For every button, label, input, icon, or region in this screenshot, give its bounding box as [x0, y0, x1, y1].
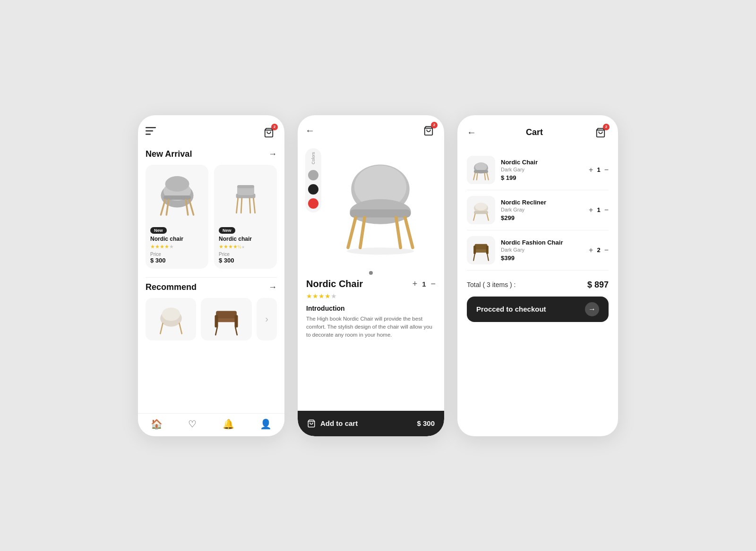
back-button[interactable]: ← [305, 125, 315, 136]
add-to-cart-button[interactable]: Add to cart $ 300 [298, 411, 444, 436]
cart-qty-increase-1[interactable]: + [589, 166, 593, 174]
nav-bell-icon[interactable]: 🔔 [223, 418, 234, 430]
svg-rect-0 [146, 127, 156, 128]
cart-icon-btn [307, 419, 316, 428]
svg-rect-2 [146, 134, 151, 135]
product-image-2 [219, 170, 272, 221]
svg-rect-50 [474, 211, 488, 214]
svg-rect-26 [235, 315, 238, 327]
svg-rect-1 [146, 130, 153, 132]
svg-rect-25 [215, 315, 218, 327]
checkout-label: Procced to checkout [476, 305, 546, 313]
cart-item-name-1: Nordic Chair [501, 159, 583, 166]
svg-rect-56 [486, 246, 489, 254]
recommend-title: Recommend [146, 282, 197, 292]
new-arrival-arrow[interactable]: → [268, 149, 277, 159]
svg-line-17 [241, 198, 242, 212]
cart-item-price-2: $299 [501, 214, 583, 221]
nav-heart-icon[interactable]: ♡ [188, 418, 197, 430]
svg-line-35 [405, 217, 412, 247]
recommend-card-1[interactable] [146, 298, 196, 340]
product-name-2: Nordic chair [219, 236, 272, 242]
detail-stars: ★★★★★ [306, 292, 436, 300]
cart-qty-value-2: 1 [597, 206, 600, 213]
home-navigation: 🏠 ♡ 🔔 👤 [138, 413, 284, 436]
product-card-2[interactable]: New Nordic chair ★★★★½★ Price $ 300 [214, 165, 277, 269]
cart-item-2: Nordic Recliner Dark Gray $299 + 1 − [467, 190, 609, 230]
recommend-card-2[interactable] [201, 298, 252, 340]
svg-line-9 [189, 200, 193, 215]
cart-qty-decrease-2[interactable]: − [604, 206, 609, 214]
product-price-2: $ 300 [219, 257, 272, 264]
cart-qty-control-2: + 1 − [589, 206, 609, 214]
cart-item-name-2: Nordic Recliner [501, 199, 583, 206]
cart-qty-decrease-3[interactable]: − [604, 246, 609, 254]
product-badge-1: New [150, 227, 167, 234]
cart-button[interactable]: 2 [261, 125, 277, 141]
qty-increase-button[interactable]: − [430, 279, 436, 289]
detail-image-area: Colors [305, 144, 437, 266]
color-selector[interactable]: Colors [305, 148, 321, 212]
detail-cart-button[interactable]: 2 [421, 123, 437, 139]
recommend-arrow[interactable]: → [268, 282, 277, 292]
product-stars-2: ★★★★½★ [219, 244, 272, 250]
product-stars-1: ★★★★★ [150, 244, 204, 250]
cart-qty-increase-2[interactable]: + [589, 206, 593, 214]
product-price-1: $ 300 [150, 257, 204, 264]
color-gray[interactable] [308, 170, 318, 180]
cart-qty-increase-3[interactable]: + [589, 246, 593, 254]
cart-item-info-2: Nordic Recliner Dark Gray $299 [501, 199, 583, 221]
svg-rect-43 [474, 170, 488, 173]
cart-item-img-2 [467, 196, 495, 224]
cart-item-img-3 [467, 236, 495, 264]
color-black[interactable] [308, 184, 318, 195]
svg-line-18 [249, 198, 250, 212]
detail-title-row: Nordic Chair + 1 − [306, 279, 436, 289]
product-price-label-1: Price [150, 252, 204, 257]
checkout-button[interactable]: Procced to checkout → [467, 297, 609, 322]
add-to-cart-price: $ 300 [417, 419, 435, 427]
cart-item-price-1: $ 199 [501, 174, 583, 181]
cart-item-img-1 [467, 156, 495, 184]
recommend-grid: › [146, 298, 277, 340]
svg-rect-55 [473, 246, 476, 254]
nav-profile-icon[interactable]: 👤 [260, 418, 272, 430]
cart-total-value: $ 897 [587, 280, 609, 290]
cart-qty-value-3: 2 [597, 246, 600, 254]
carousel-dot-active [369, 271, 373, 275]
qty-decrease-button[interactable]: + [412, 279, 418, 289]
cart-item-3: Nordic Fashion Chair Dark Gary $399 + 2 … [467, 230, 609, 271]
svg-rect-6 [163, 195, 190, 200]
nav-home-icon[interactable]: 🏠 [151, 418, 163, 430]
product-price-label-2: Price [219, 252, 272, 257]
recommend-card-3[interactable]: › [257, 298, 277, 340]
cart-title: Cart [526, 127, 543, 137]
svg-line-57 [473, 254, 475, 260]
cart-back-button[interactable]: ← [467, 127, 476, 138]
detail-cart-badge: 2 [431, 122, 438, 128]
cart-item-info-3: Nordic Fashion Chair Dark Gary $399 [501, 239, 583, 262]
quantity-value: 1 [422, 280, 426, 288]
cart-qty-decrease-1[interactable]: − [604, 166, 609, 174]
cart-header-badge: 2 [603, 124, 610, 130]
svg-line-8 [161, 200, 165, 215]
cart-qty-value-1: 1 [597, 166, 600, 173]
cart-item-variant-1: Dark Gary [501, 167, 583, 172]
svg-point-7 [165, 176, 189, 192]
cart-total-label: Total ( 3 items ) : [467, 281, 515, 288]
color-red[interactable] [308, 198, 318, 209]
quantity-control: + 1 − [412, 279, 436, 289]
new-arrival-title: New Arrival [146, 149, 192, 159]
cart-item-variant-3: Dark Gary [501, 247, 583, 253]
svg-line-45 [487, 173, 489, 179]
product-badge-2: New [219, 227, 235, 234]
svg-line-47 [485, 173, 486, 179]
svg-line-58 [487, 254, 489, 260]
svg-point-42 [475, 162, 487, 171]
cart-header-cart-button[interactable]: 2 [593, 125, 609, 141]
colors-label: Colors [311, 152, 316, 164]
intro-title: Introduction [306, 305, 436, 312]
checkout-arrow-icon: → [585, 302, 599, 316]
product-card-1[interactable]: New Nordic chair ★★★★★ Price $ 300 [146, 165, 208, 269]
filter-icon[interactable] [146, 127, 156, 138]
